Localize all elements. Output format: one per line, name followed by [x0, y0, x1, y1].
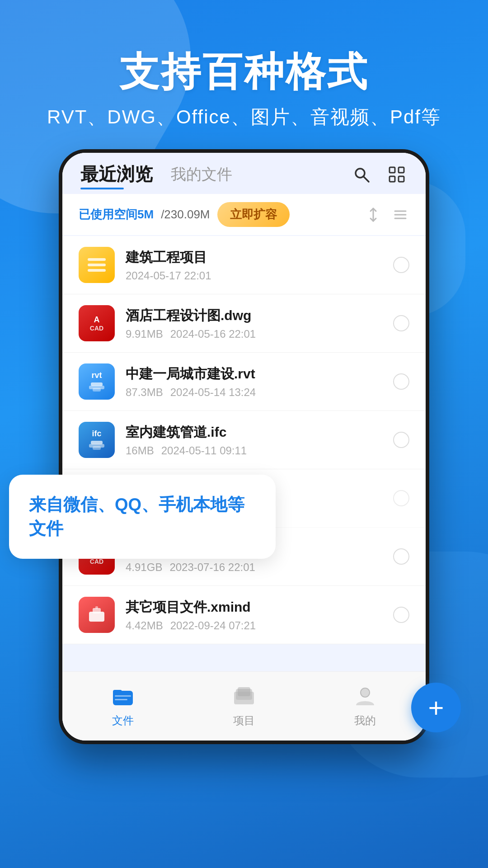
- svg-rect-14: [91, 441, 103, 444]
- rvt-icon: rvt: [79, 363, 115, 400]
- file-meta: 9.91MB2024-05-16 22:01: [126, 328, 393, 340]
- file-info: 酒店工程设计图.dwg 9.91MB2024-05-16 22:01: [126, 307, 393, 340]
- nav-files[interactable]: 文件: [109, 683, 136, 728]
- phone-mockup: 最近浏览 我的文件: [59, 149, 429, 744]
- file-name: 室内建筑管道.ifc: [126, 423, 393, 442]
- svg-rect-20: [95, 606, 98, 609]
- file-info: 其它项目文件.xmind 4.42MB2022-09-24 07:21: [126, 598, 393, 632]
- file-item[interactable]: 建筑工程项目 2024-05-17 22:01: [62, 236, 426, 294]
- file-item[interactable]: rvt 中建一局城市建设.rvt 87.3MB2024-05-14 13:24: [62, 353, 426, 411]
- tab-myfiles[interactable]: 我的文件: [171, 164, 232, 185]
- tab-icons: [351, 164, 408, 185]
- storage-total: /230.09M: [161, 208, 210, 222]
- nav-mine[interactable]: 我的: [352, 683, 379, 728]
- file-name: 建筑工程项目: [126, 248, 393, 267]
- fab-add-button[interactable]: +: [411, 683, 461, 732]
- nav-mine-label: 我的: [354, 713, 376, 728]
- file-info: 中建一局城市建设.rvt 87.3MB2024-05-14 13:24: [126, 365, 393, 399]
- svg-rect-5: [399, 176, 404, 182]
- svg-rect-3: [399, 167, 404, 173]
- file-name: 中建一局城市建设.rvt: [126, 365, 393, 383]
- file-meta: 87.3MB2024-05-14 13:24: [126, 386, 393, 399]
- svg-line-1: [363, 176, 369, 182]
- nav-projects[interactable]: 项目: [230, 683, 258, 728]
- storage-bar: 已使用空间5M /230.09M 立即扩容: [62, 194, 426, 235]
- svg-rect-23: [115, 695, 131, 697]
- file-select-radio[interactable]: [393, 548, 409, 565]
- file-list: 建筑工程项目 2024-05-17 22:01 A CAD 酒店工程设计图.dw…: [62, 236, 426, 644]
- file-select-radio[interactable]: [393, 257, 409, 273]
- floating-source-text: 来自微信、QQ、手机本地等文件: [29, 493, 256, 541]
- file-info: 建筑工程项目 2024-05-17 22:01: [126, 248, 393, 282]
- folder-icon: [79, 247, 115, 283]
- files-nav-icon: [109, 683, 136, 710]
- file-select-radio[interactable]: [393, 432, 409, 448]
- file-item[interactable]: ifc 室内建筑管道.ifc 16MB2024-05-11 09:11: [62, 411, 426, 469]
- file-item[interactable]: 其它项目文件.xmind 4.42MB2022-09-24 07:21: [62, 586, 426, 644]
- sort-icon[interactable]: [364, 206, 382, 224]
- svg-rect-2: [389, 167, 395, 173]
- tab-recent[interactable]: 最近浏览: [80, 162, 153, 187]
- xmind-icon: [79, 597, 115, 633]
- ifc-icon: ifc: [79, 422, 115, 458]
- storage-icons: [364, 206, 409, 224]
- app-content: 最近浏览 我的文件: [62, 153, 426, 741]
- svg-rect-22: [113, 690, 122, 694]
- file-select-radio[interactable]: [393, 607, 409, 623]
- file-select-radio[interactable]: [393, 315, 409, 331]
- svg-rect-24: [115, 699, 127, 700]
- file-meta: 4.42MB2022-09-24 07:21: [126, 619, 393, 632]
- file-select-radio[interactable]: [393, 490, 409, 506]
- tab-bar: 最近浏览 我的文件: [62, 153, 426, 194]
- svg-rect-12: [93, 388, 101, 392]
- file-name: 酒店工程设计图.dwg: [126, 307, 393, 325]
- file-meta: 2024-05-17 22:01: [126, 269, 393, 282]
- mine-nav-icon: [352, 683, 379, 710]
- file-name: 其它项目文件.xmind: [126, 598, 393, 617]
- svg-rect-4: [389, 176, 395, 182]
- nav-files-label: 文件: [112, 713, 134, 728]
- file-meta: 16MB2024-05-11 09:11: [126, 444, 393, 457]
- list-icon[interactable]: [391, 206, 409, 224]
- file-info: 室内建筑管道.ifc 16MB2024-05-11 09:11: [126, 423, 393, 457]
- bottom-nav: 文件 项目: [62, 671, 426, 741]
- file-meta: 4.91GB2023-07-16 22:01: [126, 561, 393, 574]
- hero-section: 支持百种格式 RVT、DWG、Office、图片、音视频、Pdf等: [0, 0, 488, 130]
- hero-title: 支持百种格式: [0, 45, 488, 99]
- scan-button[interactable]: [386, 164, 408, 185]
- svg-rect-15: [93, 446, 101, 450]
- projects-nav-icon: [230, 683, 258, 710]
- floating-source-card: 来自微信、QQ、手机本地等文件: [9, 475, 276, 559]
- storage-used: 已使用空间5M: [79, 207, 154, 222]
- search-button[interactable]: [351, 164, 372, 185]
- cad-icon: A CAD: [79, 305, 115, 341]
- nav-projects-label: 项目: [233, 713, 255, 728]
- svg-rect-27: [238, 687, 250, 696]
- expand-btn[interactable]: 立即扩容: [217, 202, 290, 227]
- hero-subtitle: RVT、DWG、Office、图片、音视频、Pdf等: [0, 104, 488, 130]
- file-select-radio[interactable]: [393, 373, 409, 390]
- svg-rect-11: [91, 382, 103, 386]
- file-item[interactable]: A CAD 酒店工程设计图.dwg 9.91MB2024-05-16 22:01: [62, 294, 426, 353]
